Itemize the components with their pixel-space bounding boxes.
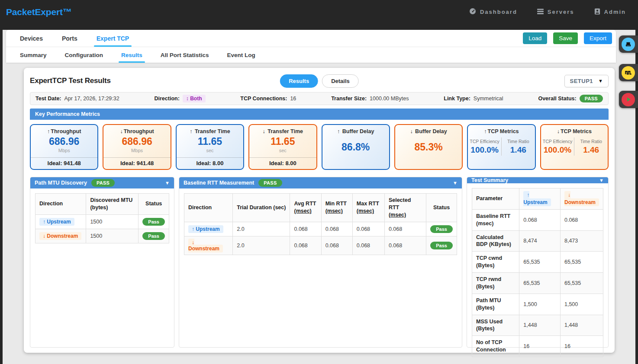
table-row: ↓ Downstream 1500 Pass: [35, 229, 169, 243]
col-selected-rtt: Selected RTT(msec): [384, 194, 426, 222]
metric-title: Transfer Time: [267, 128, 303, 134]
collapse-icon[interactable]: ▼: [165, 180, 170, 185]
metric-title: Buffer Delay: [415, 128, 447, 134]
metric-card-upstream-transfer-time: ↑ Transfer Time 11.65 sec Ideal: 8.00: [176, 124, 244, 170]
col-max-rtt: Max RTT(msec): [352, 194, 384, 222]
table-row: ↑ Upstream 1500 Pass: [35, 214, 169, 229]
updown-arrow-icon: ↕: [186, 96, 189, 102]
table-row: No of TCP Connection1616: [472, 336, 603, 357]
metric-title: Throughput: [51, 128, 81, 134]
direction: Direction: ↕ Both: [155, 95, 206, 102]
up-arrow-icon: ↑: [47, 128, 50, 134]
nav-admin-label: Admin: [604, 9, 626, 15]
tcp-efficiency-value: 100.0%: [468, 145, 501, 155]
side-button-ethernet[interactable]: [619, 35, 638, 53]
metric-value: 686.96: [103, 136, 170, 147]
test-date-label: Test Date:: [35, 96, 61, 102]
subtab-summary[interactable]: Summary: [20, 47, 47, 63]
tab-ports[interactable]: Ports: [62, 30, 77, 47]
transfer-size-label: Transfer Size:: [331, 96, 367, 102]
metric-card-upstream-tcp-metrics: ↑TCP Metrics TCP Efficiency100.0% Time R…: [467, 124, 535, 170]
subtab-results[interactable]: Results: [121, 47, 142, 63]
nav-admin[interactable]: Admin: [594, 8, 626, 16]
test-summary-table: Parameter ↑ Upstream ↓ Downstream Baseli…: [472, 188, 603, 357]
metric-value: 86.8%: [322, 141, 389, 153]
metric-title: Throughput: [124, 128, 154, 134]
path-mtu-panel: Path MTU Discovery PASS ▼ Direction Disc…: [30, 177, 174, 348]
top-navbar: PacketExpert™ Dashboard Servers Admin: [0, 0, 638, 24]
pass-badge: Pass: [430, 242, 453, 249]
time-ratio-value: 1.46: [574, 145, 608, 155]
link-type: Link Type: Symmetrical: [444, 96, 503, 102]
tab-expert-tcp[interactable]: Expert TCP: [97, 30, 129, 47]
tcp-efficiency-label: TCP Efficiency: [468, 139, 501, 144]
nav-servers[interactable]: Servers: [537, 8, 574, 16]
path-mtu-title: Path MTU Discovery: [35, 180, 87, 186]
up-arrow-icon: ↑: [527, 192, 529, 198]
time-ratio-label: Time Ratio: [502, 139, 535, 144]
test-info-bar: Test Date: Apr 17, 2026, 17:29:32 Direct…: [30, 92, 609, 105]
details-view-button[interactable]: Details: [322, 74, 359, 88]
col-downstream: ↓ Downstream: [560, 188, 603, 210]
collapse-icon[interactable]: ▼: [453, 180, 458, 185]
down-arrow-icon: ↓: [568, 192, 570, 198]
subtab-configuration[interactable]: Configuration: [65, 47, 103, 63]
secondary-tabs: Summary Configuration Results All Port S…: [6, 47, 616, 63]
direction-value: Both: [190, 96, 202, 102]
side-button-run[interactable]: [619, 91, 638, 108]
up-arrow-icon: ↑: [192, 226, 194, 232]
results-title-row: ExpertTCP Test Results Results Details S…: [30, 73, 609, 89]
metric-ideal: Ideal: 8.00: [177, 157, 243, 169]
avg-rtt: 0.068: [290, 222, 321, 236]
metric-value: 686.96: [31, 136, 97, 147]
metric-card-upstream-buffer-delay: ↑ Buffer Delay 86.8%: [322, 124, 390, 170]
metric-card-downstream-tcp-metrics: ↓TCP Metrics TCP Efficiency100.0% Time R…: [540, 124, 609, 170]
selected-rtt: 0.068: [384, 222, 426, 236]
export-button[interactable]: Export: [584, 32, 612, 44]
metric-value: 11.65: [249, 136, 316, 147]
col-parameter: Parameter: [472, 188, 519, 210]
tcp-efficiency-label: TCP Efficiency: [541, 139, 574, 144]
save-button[interactable]: Save: [553, 32, 578, 44]
collapse-icon[interactable]: ▼: [599, 178, 604, 183]
subtab-event-log[interactable]: Event Log: [227, 47, 255, 63]
down-arrow-icon: ↓: [192, 239, 194, 246]
overall-status-label: Overall Status:: [538, 96, 576, 102]
nav-dashboard[interactable]: Dashboard: [469, 8, 517, 16]
setup-dropdown[interactable]: SETUP1 ▼: [564, 75, 609, 87]
setup-dropdown-value: SETUP1: [570, 78, 593, 84]
test-date: Test Date: Apr 17, 2026, 17:29:32: [35, 96, 119, 102]
link-type-value: Symmetrical: [474, 96, 503, 102]
view-toggle: Results Details: [280, 74, 359, 88]
path-mtu-header: Path MTU Discovery PASS ▼: [30, 177, 174, 188]
tab-devices[interactable]: Devices: [20, 30, 43, 47]
metric-title: Buffer Delay: [342, 128, 374, 134]
results-panels: Path MTU Discovery PASS ▼ Direction Disc…: [30, 177, 609, 348]
direction-badge: ↕ Both: [183, 95, 206, 102]
subtab-all-port-statistics[interactable]: All Port Statistics: [161, 47, 209, 63]
table-row: Baseline RTT (msec)0.0680.068: [472, 209, 603, 230]
pass-badge: Pass: [142, 232, 165, 240]
metric-card-downstream-transfer-time: ↓ Transfer Time 11.65 sec Ideal: 8.00: [248, 124, 317, 170]
baseline-rtt-table: Direction Trial Duration (sec) Avg RTT(m…: [184, 193, 457, 255]
down-arrow-icon: ↓: [120, 128, 122, 134]
selected-rtt: 0.068: [384, 236, 426, 255]
table-row: Path MTU (Bytes)1,5001,500: [472, 294, 603, 315]
table-row: MSS Used (Bytes)1,4481,448: [472, 315, 603, 336]
results-view-button[interactable]: Results: [280, 74, 318, 88]
col-direction: Direction: [184, 194, 233, 222]
results-card: ExpertTCP Test Results Results Details S…: [24, 68, 615, 353]
baseline-rtt-panel: Baseline RTT Measurement PASS ▼ Directio…: [179, 177, 462, 348]
metric-title: Transfer Time: [195, 128, 230, 134]
downstream-badge: ↓ Downstream: [564, 191, 599, 206]
nav-dashboard-label: Dashboard: [480, 9, 517, 15]
ethernet-port-icon: [622, 38, 635, 51]
load-button[interactable]: Load: [523, 32, 547, 44]
side-button-pulse[interactable]: [619, 64, 638, 81]
nav-servers-label: Servers: [548, 9, 574, 15]
max-rtt: 0.068: [352, 222, 384, 236]
path-mtu-table: Direction Discovered MTU(bytes) Status ↑…: [35, 193, 169, 243]
trial-duration: 2.0: [233, 222, 290, 236]
col-status: Status: [426, 194, 457, 222]
downstream-badge: ↓ Downstream: [188, 239, 223, 252]
